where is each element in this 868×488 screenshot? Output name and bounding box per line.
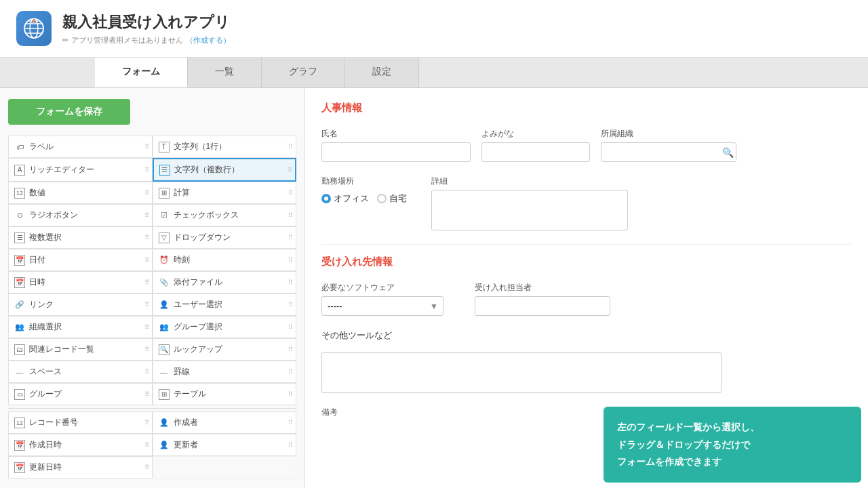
updated-at-icon: 📅 [14, 462, 25, 473]
field-org-label: 所属組織 [601, 128, 736, 140]
field-item-radio[interactable]: ⊙ ラジオボタン ⠿ [8, 204, 153, 226]
record-no-icon: 12 [14, 418, 25, 428]
field-item-time[interactable]: ⏰ 時刻 ⠿ [153, 249, 297, 271]
field-software-select[interactable]: ----- [321, 296, 443, 316]
tab-settings[interactable]: 設定 [345, 58, 419, 87]
date-icon: 📅 [14, 255, 25, 266]
field-item-label[interactable]: 🏷 ラベル ⠿ [8, 136, 153, 158]
text-multi-icon: ☰ [159, 165, 170, 176]
attachment-icon: 📎 [159, 277, 170, 288]
drag-handle: ⠿ [144, 346, 149, 353]
field-item-datetime[interactable]: 📅 日時 ⠿ [8, 271, 153, 293]
field-detail: 詳細 [431, 176, 628, 230]
field-item-attachment[interactable]: 📎 添付ファイル ⠿ [153, 271, 297, 293]
field-item-text-multi[interactable]: ☰ 文字列（複数行） ⠿ [153, 158, 297, 182]
field-item-checkbox[interactable]: ☑ チェックボックス ⠿ [153, 204, 297, 226]
tooltip-line2: ドラッグ＆ドロップするだけで [617, 436, 848, 453]
field-attachment-text: 添付ファイル [174, 277, 222, 288]
field-reading-input[interactable] [481, 142, 590, 162]
radio-office[interactable]: オフィス [321, 192, 369, 205]
field-text-single-text: 文字列（1行） [174, 141, 227, 152]
drag-handle: ⠿ [144, 464, 149, 471]
tab-bar: フォーム 一覧 グラフ 設定 [0, 58, 868, 88]
drag-handle: ⠿ [288, 143, 293, 150]
created-at-icon: 📅 [14, 440, 25, 451]
radio-home[interactable]: 自宅 [377, 192, 407, 205]
form-row-1: 氏名 よみがな 所属組織 🔍 [321, 128, 852, 162]
text-single-icon: T [159, 142, 170, 152]
drag-handle: ⠿ [144, 234, 149, 241]
calc-icon: ⊞ [159, 188, 170, 199]
field-item-multi-select[interactable]: ☰ 複数選択 ⠿ [8, 226, 153, 249]
field-date-text: 日付 [29, 254, 45, 266]
form-row-3: 必要なソフトウェア ----- ▼ 受け入れ担当者 [321, 282, 852, 316]
field-item-updater[interactable]: 👤 更新者 ⠿ [153, 434, 297, 456]
field-reading-label: よみがな [481, 128, 590, 140]
updater-icon: 👤 [159, 440, 170, 451]
field-item-group[interactable]: ▭ グループ ⠿ [8, 383, 153, 405]
drag-handle: ⠿ [144, 390, 149, 398]
field-workplace: 勤務場所 オフィス 自宅 [321, 176, 407, 205]
field-item-creator[interactable]: 👤 作成者 ⠿ [153, 411, 297, 434]
field-dropdown-text: ドロップダウン [174, 232, 231, 243]
drag-handle: ⠿ [144, 256, 149, 264]
field-item-date[interactable]: 📅 日付 ⠿ [8, 249, 153, 271]
tab-list[interactable]: 一覧 [188, 58, 262, 87]
field-org-select-text: 組織選択 [29, 321, 62, 333]
field-item-user-select[interactable]: 👤 ユーザー選択 ⠿ [153, 293, 297, 316]
field-item-dropdown[interactable]: ▽ ドロップダウン ⠿ [153, 226, 297, 249]
radio-icon: ⊙ [14, 210, 25, 221]
save-button[interactable]: フォームを保存 [8, 99, 130, 125]
field-time-text: 時刻 [174, 254, 190, 266]
field-org-input[interactable] [601, 142, 736, 162]
form-row-4: その他ツールなど [321, 329, 852, 393]
rich-editor-icon: A [14, 165, 25, 176]
field-name-label: 氏名 [321, 128, 471, 140]
field-item-group-select[interactable]: 👥 グループ選択 ⠿ [153, 316, 297, 338]
time-icon: ⏰ [159, 255, 170, 266]
memo-create-link[interactable]: （作成する） [186, 35, 231, 45]
drag-handle: ⠿ [288, 279, 293, 286]
field-link-text: リンク [29, 299, 54, 310]
field-item-calc[interactable]: ⊞ 計算 ⠿ [153, 182, 297, 204]
field-name-input[interactable] [321, 142, 471, 162]
tab-graph[interactable]: グラフ [262, 58, 345, 87]
field-person-input[interactable] [475, 296, 610, 316]
org-search-button[interactable]: 🔍 [722, 147, 734, 158]
field-checkbox-text: チェックボックス [174, 209, 239, 221]
lookup-icon: 🔍 [159, 344, 170, 355]
field-person-label: 受け入れ担当者 [475, 282, 610, 293]
section-separator [321, 244, 852, 245]
field-item-table[interactable]: ⊞ テーブル ⠿ [153, 383, 297, 405]
field-updated-at-text: 更新日時 [29, 462, 62, 473]
field-item-space[interactable]: — スペース ⠿ [8, 361, 153, 383]
field-item-lookup[interactable]: 🔍 ルックアップ ⠿ [153, 338, 297, 361]
multi-select-icon: ☰ [14, 232, 25, 243]
section2-title: 受け入れ先情報 [321, 256, 852, 271]
field-other-tools-textarea[interactable] [321, 352, 722, 393]
field-detail-textarea[interactable] [431, 190, 628, 230]
field-item-number[interactable]: 12 数値 ⠿ [8, 182, 153, 204]
field-item-rich-editor[interactable]: A リッチエディター ⠿ [8, 158, 153, 182]
drag-handle: ⠿ [144, 368, 149, 375]
field-name: 氏名 [321, 128, 471, 162]
field-item-updated-at[interactable]: 📅 更新日時 ⠿ [8, 456, 153, 479]
space-icon: — [14, 367, 25, 378]
tooltip-line3: フォームを作成できます [617, 453, 848, 470]
field-item-link[interactable]: 🔗 リンク ⠿ [8, 293, 153, 316]
field-rich-editor-text: リッチエディター [29, 164, 94, 176]
app-icon [16, 11, 52, 46]
drag-handle: ⠿ [144, 143, 149, 150]
field-created-at-text: 作成日時 [29, 439, 62, 451]
field-item-record-no[interactable]: 12 レコード番号 ⠿ [8, 411, 153, 434]
drag-handle: ⠿ [288, 323, 293, 331]
tab-form[interactable]: フォーム [95, 58, 188, 87]
tooltip-box: 左のフィールド一覧から選択し、 ドラッグ＆ドロップするだけで フォームを作成でき… [604, 407, 861, 483]
field-item-text-single[interactable]: T 文字列（1行） ⠿ [153, 136, 297, 158]
drag-handle: ⠿ [144, 301, 149, 308]
field-item-related-records[interactable]: 🗂 関連レコード一覧 ⠿ [8, 338, 153, 361]
field-item-org-select[interactable]: 👥 組織選択 ⠿ [8, 316, 153, 338]
field-item-created-at[interactable]: 📅 作成日時 ⠿ [8, 434, 153, 456]
drag-handle: ⠿ [288, 390, 293, 398]
field-item-line[interactable]: — 罫線 ⠿ [153, 361, 297, 383]
